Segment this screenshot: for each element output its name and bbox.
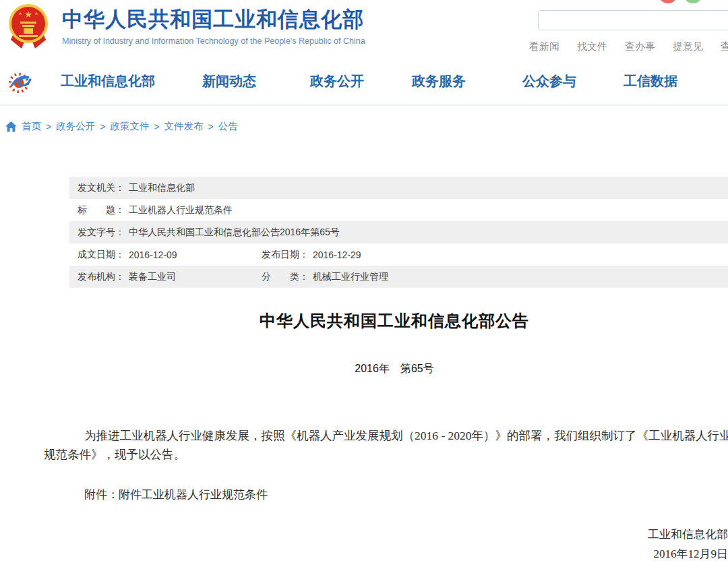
nav-item-miit-data[interactable]: 工信数据	[624, 72, 677, 90]
national-emblem-logo: ★ ★ ★	[5, 3, 51, 50]
breadcrumb-separator: >	[46, 121, 51, 132]
breadcrumb-item-home[interactable]: 首页	[22, 120, 41, 133]
meta-label: 发布机构：	[78, 271, 125, 283]
meta-value: 工业和信息化部	[129, 182, 195, 194]
svg-text:★: ★	[24, 9, 32, 20]
attachment-line: 附件：附件工业机器人行业规范条件	[84, 487, 268, 502]
meta-label: 发文机关：	[78, 182, 125, 194]
meta-value: 2016-12-29	[313, 249, 361, 260]
site-title-en: Ministry of Industry and Information Tec…	[62, 36, 365, 46]
breadcrumb-item-document-release[interactable]: 文件发布	[164, 120, 204, 133]
meta-value: 工业机器人行业规范条件	[129, 204, 233, 216]
signature-agency: 工业和信息化部	[458, 525, 728, 544]
site-header: ★ ★ ★ 中华人民共和国工业和信息化部 Ministry of Industr…	[0, 0, 728, 67]
table-row: 标 题： 工业机器人行业规范条件	[69, 199, 728, 221]
table-row: 发文字号： 中华人民共和国工业和信息化部公告2016年第65号	[69, 221, 728, 243]
breadcrumb-separator: >	[154, 121, 159, 132]
attachment-label: 附件：	[84, 488, 119, 501]
meta-issuing-agency: 发文机关： 工业和信息化部	[69, 182, 195, 194]
meta-publish-date: 发布日期： 2016-12-29	[262, 243, 361, 266]
breadcrumb: 首页 > 政务公开 > 政策文件 > 文件发布 > 公告	[5, 120, 238, 133]
table-row: 发布机构： 装备工业司 分 类： 机械工业行业管理	[69, 266, 728, 288]
quick-link-documents[interactable]: 找文件	[577, 40, 607, 53]
meta-value: 装备工业司	[129, 271, 176, 283]
search-input[interactable]	[538, 10, 728, 30]
meta-document-number: 发文字号： 中华人民共和国工业和信息化部公告2016年第65号	[69, 227, 340, 239]
meta-category: 分 类： 机械工业行业管理	[262, 266, 388, 288]
main-nav: 工业和信息化部 新闻动态 政务公开 政务服务 公众参与 工信数据	[0, 67, 728, 105]
top-green-dot-icon	[684, 0, 702, 3]
meta-publishing-department: 发布机构： 装备工业司	[69, 271, 176, 283]
breadcrumb-separator: >	[100, 121, 105, 132]
breadcrumb-separator: >	[208, 121, 214, 132]
meta-written-date: 成文日期： 2016-12-09	[69, 249, 177, 261]
meta-value: 2016-12-09	[129, 249, 177, 260]
meta-label: 发文字号：	[78, 227, 125, 239]
table-row: 成文日期： 2016-12-09 发布日期： 2016-12-29	[69, 243, 728, 266]
breadcrumb-item-announcement: 公告	[218, 120, 238, 133]
document-meta-table: 发文机关： 工业和信息化部 标 题： 工业机器人行业规范条件 发文字号： 中华人…	[69, 177, 728, 288]
meta-label: 标 题：	[78, 204, 125, 216]
nav-item-gov-services[interactable]: 政务服务	[412, 72, 466, 90]
quick-link-data[interactable]: 查数据	[721, 40, 728, 53]
quick-link-services[interactable]: 查办事	[625, 40, 655, 53]
svg-text:★: ★	[18, 11, 22, 16]
breadcrumb-item-gov-disclosure[interactable]: 政务公开	[56, 120, 95, 133]
document-body: 为推进工业机器人行业健康发展，按照《机器人产业发展规划（2016 - 2020年…	[44, 426, 728, 464]
nav-item-gov-disclosure[interactable]: 政务公开	[310, 72, 364, 90]
attachment-link[interactable]: 附件工业机器人行业规范条件	[119, 488, 268, 501]
meta-label: 发布日期：	[262, 249, 309, 261]
miit-gear-logo-icon	[8, 69, 34, 95]
body-paragraph-line: 为推进工业机器人行业健康发展，按照《机器人产业发展规划（2016 - 2020年…	[44, 426, 728, 445]
page-title: 中华人民共和国工业和信息化部公告	[44, 310, 728, 332]
site-title-zh: 中华人民共和国工业和信息化部	[62, 5, 365, 34]
quick-link-feedback[interactable]: 提意见	[673, 40, 703, 53]
top-red-dot-icon	[659, 0, 677, 3]
document-issue-number: 2016年 第65号	[44, 362, 728, 376]
header-separator	[0, 105, 728, 106]
signature-date: 2016年12月9日	[458, 544, 728, 563]
site-title-block: 中华人民共和国工业和信息化部 Ministry of Industry and …	[62, 5, 365, 46]
quick-link-news[interactable]: 看新闻	[529, 40, 559, 53]
meta-value: 机械工业行业管理	[313, 271, 388, 283]
nav-item-news[interactable]: 新闻动态	[202, 72, 256, 90]
breadcrumb-item-policy-documents[interactable]: 政策文件	[110, 120, 149, 133]
meta-label: 分 类：	[262, 271, 309, 283]
meta-label: 成文日期：	[78, 249, 125, 261]
document-signature: 工业和信息化部 2016年12月9日	[458, 525, 728, 563]
quick-links: 看新闻 找文件 查办事 提意见 查数据	[529, 40, 728, 53]
nav-item-miit[interactable]: 工业和信息化部	[61, 72, 155, 90]
meta-value: 中华人民共和国工业和信息化部公告2016年第65号	[129, 227, 340, 239]
meta-title: 标 题： 工业机器人行业规范条件	[69, 204, 233, 216]
table-row: 发文机关： 工业和信息化部	[69, 177, 728, 199]
nav-item-public-participation[interactable]: 公众参与	[522, 72, 576, 90]
home-icon[interactable]	[5, 121, 17, 132]
body-paragraph-line: 规范条件》，现予以公告。	[44, 445, 728, 464]
svg-text:★: ★	[34, 11, 38, 16]
